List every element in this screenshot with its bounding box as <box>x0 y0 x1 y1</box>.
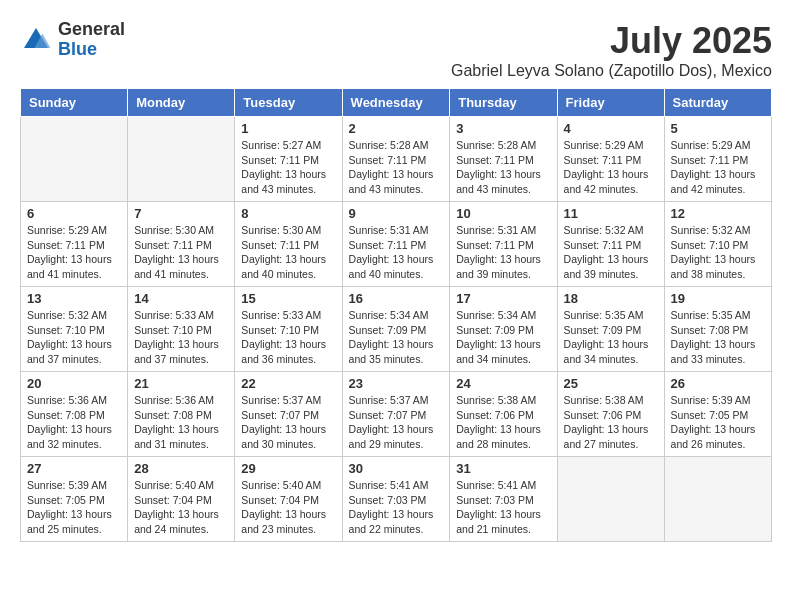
day-number: 21 <box>134 376 228 391</box>
calendar-cell: 22Sunrise: 5:37 AMSunset: 7:07 PMDayligh… <box>235 372 342 457</box>
week-row-1: 1Sunrise: 5:27 AMSunset: 7:11 PMDaylight… <box>21 117 772 202</box>
calendar-cell: 6Sunrise: 5:29 AMSunset: 7:11 PMDaylight… <box>21 202 128 287</box>
day-number: 4 <box>564 121 658 136</box>
day-number: 30 <box>349 461 444 476</box>
logo-blue: Blue <box>58 39 97 59</box>
day-number: 19 <box>671 291 765 306</box>
calendar-cell: 31Sunrise: 5:41 AMSunset: 7:03 PMDayligh… <box>450 457 557 542</box>
day-info: Sunrise: 5:36 AMSunset: 7:08 PMDaylight:… <box>134 393 228 452</box>
week-row-4: 20Sunrise: 5:36 AMSunset: 7:08 PMDayligh… <box>21 372 772 457</box>
day-number: 23 <box>349 376 444 391</box>
day-info: Sunrise: 5:28 AMSunset: 7:11 PMDaylight:… <box>456 138 550 197</box>
column-header-friday: Friday <box>557 89 664 117</box>
day-info: Sunrise: 5:35 AMSunset: 7:08 PMDaylight:… <box>671 308 765 367</box>
day-info: Sunrise: 5:36 AMSunset: 7:08 PMDaylight:… <box>27 393 121 452</box>
week-row-2: 6Sunrise: 5:29 AMSunset: 7:11 PMDaylight… <box>21 202 772 287</box>
logo-icon <box>20 24 52 56</box>
logo-general: General <box>58 19 125 39</box>
calendar-cell: 16Sunrise: 5:34 AMSunset: 7:09 PMDayligh… <box>342 287 450 372</box>
calendar-cell: 5Sunrise: 5:29 AMSunset: 7:11 PMDaylight… <box>664 117 771 202</box>
day-number: 29 <box>241 461 335 476</box>
column-header-thursday: Thursday <box>450 89 557 117</box>
day-info: Sunrise: 5:34 AMSunset: 7:09 PMDaylight:… <box>456 308 550 367</box>
calendar-cell: 17Sunrise: 5:34 AMSunset: 7:09 PMDayligh… <box>450 287 557 372</box>
day-info: Sunrise: 5:27 AMSunset: 7:11 PMDaylight:… <box>241 138 335 197</box>
calendar-cell <box>664 457 771 542</box>
column-header-sunday: Sunday <box>21 89 128 117</box>
main-title: July 2025 <box>451 20 772 62</box>
day-number: 7 <box>134 206 228 221</box>
day-number: 12 <box>671 206 765 221</box>
day-number: 20 <box>27 376 121 391</box>
day-number: 24 <box>456 376 550 391</box>
day-info: Sunrise: 5:32 AMSunset: 7:10 PMDaylight:… <box>671 223 765 282</box>
day-info: Sunrise: 5:31 AMSunset: 7:11 PMDaylight:… <box>456 223 550 282</box>
day-info: Sunrise: 5:28 AMSunset: 7:11 PMDaylight:… <box>349 138 444 197</box>
day-info: Sunrise: 5:41 AMSunset: 7:03 PMDaylight:… <box>456 478 550 537</box>
logo-text: General Blue <box>58 20 125 60</box>
column-header-monday: Monday <box>128 89 235 117</box>
calendar-cell: 9Sunrise: 5:31 AMSunset: 7:11 PMDaylight… <box>342 202 450 287</box>
day-number: 28 <box>134 461 228 476</box>
day-number: 9 <box>349 206 444 221</box>
day-info: Sunrise: 5:34 AMSunset: 7:09 PMDaylight:… <box>349 308 444 367</box>
calendar-cell: 29Sunrise: 5:40 AMSunset: 7:04 PMDayligh… <box>235 457 342 542</box>
day-info: Sunrise: 5:38 AMSunset: 7:06 PMDaylight:… <box>456 393 550 452</box>
day-info: Sunrise: 5:32 AMSunset: 7:10 PMDaylight:… <box>27 308 121 367</box>
calendar-cell: 15Sunrise: 5:33 AMSunset: 7:10 PMDayligh… <box>235 287 342 372</box>
day-info: Sunrise: 5:33 AMSunset: 7:10 PMDaylight:… <box>241 308 335 367</box>
calendar-cell <box>21 117 128 202</box>
day-info: Sunrise: 5:29 AMSunset: 7:11 PMDaylight:… <box>671 138 765 197</box>
day-number: 16 <box>349 291 444 306</box>
calendar-cell <box>128 117 235 202</box>
calendar-cell: 20Sunrise: 5:36 AMSunset: 7:08 PMDayligh… <box>21 372 128 457</box>
day-info: Sunrise: 5:31 AMSunset: 7:11 PMDaylight:… <box>349 223 444 282</box>
calendar-cell: 12Sunrise: 5:32 AMSunset: 7:10 PMDayligh… <box>664 202 771 287</box>
calendar-cell: 3Sunrise: 5:28 AMSunset: 7:11 PMDaylight… <box>450 117 557 202</box>
week-row-3: 13Sunrise: 5:32 AMSunset: 7:10 PMDayligh… <box>21 287 772 372</box>
day-info: Sunrise: 5:39 AMSunset: 7:05 PMDaylight:… <box>27 478 121 537</box>
day-number: 18 <box>564 291 658 306</box>
day-number: 8 <box>241 206 335 221</box>
day-number: 17 <box>456 291 550 306</box>
column-header-tuesday: Tuesday <box>235 89 342 117</box>
day-number: 27 <box>27 461 121 476</box>
day-number: 13 <box>27 291 121 306</box>
day-number: 11 <box>564 206 658 221</box>
day-info: Sunrise: 5:30 AMSunset: 7:11 PMDaylight:… <box>241 223 335 282</box>
day-number: 26 <box>671 376 765 391</box>
calendar-table: SundayMondayTuesdayWednesdayThursdayFrid… <box>20 88 772 542</box>
day-number: 14 <box>134 291 228 306</box>
calendar-cell: 19Sunrise: 5:35 AMSunset: 7:08 PMDayligh… <box>664 287 771 372</box>
column-header-saturday: Saturday <box>664 89 771 117</box>
day-info: Sunrise: 5:33 AMSunset: 7:10 PMDaylight:… <box>134 308 228 367</box>
day-info: Sunrise: 5:39 AMSunset: 7:05 PMDaylight:… <box>671 393 765 452</box>
day-info: Sunrise: 5:37 AMSunset: 7:07 PMDaylight:… <box>349 393 444 452</box>
day-info: Sunrise: 5:29 AMSunset: 7:11 PMDaylight:… <box>564 138 658 197</box>
day-number: 6 <box>27 206 121 221</box>
day-number: 5 <box>671 121 765 136</box>
calendar-cell: 21Sunrise: 5:36 AMSunset: 7:08 PMDayligh… <box>128 372 235 457</box>
calendar-cell: 18Sunrise: 5:35 AMSunset: 7:09 PMDayligh… <box>557 287 664 372</box>
day-info: Sunrise: 5:30 AMSunset: 7:11 PMDaylight:… <box>134 223 228 282</box>
day-number: 15 <box>241 291 335 306</box>
day-number: 22 <box>241 376 335 391</box>
week-row-5: 27Sunrise: 5:39 AMSunset: 7:05 PMDayligh… <box>21 457 772 542</box>
logo: General Blue <box>20 20 125 60</box>
day-number: 1 <box>241 121 335 136</box>
calendar-cell: 25Sunrise: 5:38 AMSunset: 7:06 PMDayligh… <box>557 372 664 457</box>
day-number: 25 <box>564 376 658 391</box>
title-section: July 2025 Gabriel Leyva Solano (Zapotill… <box>451 20 772 80</box>
page-header: General Blue July 2025 Gabriel Leyva Sol… <box>20 20 772 80</box>
day-info: Sunrise: 5:29 AMSunset: 7:11 PMDaylight:… <box>27 223 121 282</box>
calendar-cell: 23Sunrise: 5:37 AMSunset: 7:07 PMDayligh… <box>342 372 450 457</box>
calendar-cell: 13Sunrise: 5:32 AMSunset: 7:10 PMDayligh… <box>21 287 128 372</box>
calendar-cell: 1Sunrise: 5:27 AMSunset: 7:11 PMDaylight… <box>235 117 342 202</box>
calendar-cell: 28Sunrise: 5:40 AMSunset: 7:04 PMDayligh… <box>128 457 235 542</box>
day-number: 3 <box>456 121 550 136</box>
day-number: 31 <box>456 461 550 476</box>
calendar-cell: 2Sunrise: 5:28 AMSunset: 7:11 PMDaylight… <box>342 117 450 202</box>
day-info: Sunrise: 5:38 AMSunset: 7:06 PMDaylight:… <box>564 393 658 452</box>
day-info: Sunrise: 5:40 AMSunset: 7:04 PMDaylight:… <box>134 478 228 537</box>
calendar-cell: 8Sunrise: 5:30 AMSunset: 7:11 PMDaylight… <box>235 202 342 287</box>
